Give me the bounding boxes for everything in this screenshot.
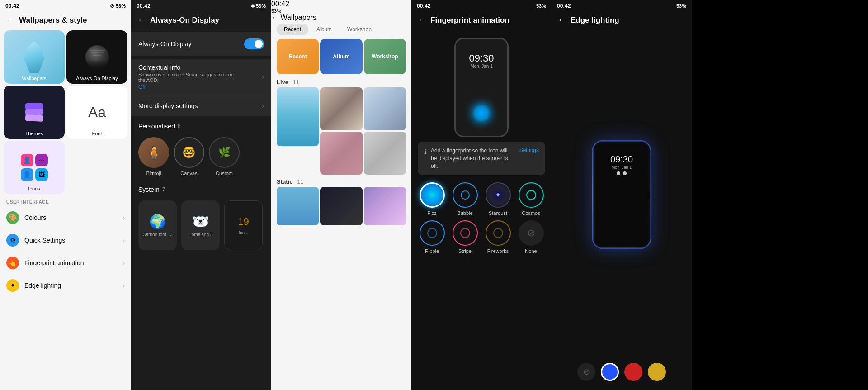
quick-settings-chevron: ›	[123, 237, 125, 244]
contextual-info-row[interactable]: Contextual info Show music info and Smar…	[131, 59, 271, 95]
tab-workshop[interactable]: Workshop	[340, 24, 379, 35]
contextual-title: Contextual info	[138, 64, 238, 71]
colours-icon: 🎨	[6, 211, 19, 224]
fp-phone-time: 09:30	[456, 52, 507, 64]
fp-tooltip: ℹ Add a fingerprint so the icon will be …	[418, 142, 545, 175]
wp-cell-pages[interactable]	[364, 87, 406, 130]
settings-item-colours[interactable]: 🎨 Colours ›	[0, 206, 131, 229]
fp-anim-fireworks[interactable]: Fireworks	[484, 220, 512, 254]
system-cards: 🌍 Carbon foot...3 🐻‍❄️ Homeland 3 19 Ins…	[131, 197, 271, 254]
grid-item-wallpapers[interactable]: Wallpapers	[4, 30, 65, 84]
page-title-4: Fingerprint animation	[430, 16, 509, 25]
el-color-gold[interactable]	[648, 363, 666, 381]
stardust-circle: ✦	[486, 182, 511, 208]
wp-static-3[interactable]	[364, 187, 406, 225]
settings-item-quick-settings[interactable]: ⚙ Quick Settings ›	[0, 229, 131, 252]
fp-settings-link[interactable]: Settings	[519, 147, 539, 153]
personalised-count: 6	[178, 123, 181, 129]
title-bar-5: ← Edge lighting	[552, 12, 692, 29]
time-2: 00:42	[137, 3, 151, 9]
wp-thumb-recent[interactable]: Recent	[277, 39, 319, 74]
static-title: Static	[277, 178, 292, 185]
custom-emoji: 🌿	[218, 147, 231, 158]
wp-cell-gray-pages[interactable]	[364, 132, 406, 175]
el-phone-date: Mon, Jan 1	[594, 165, 650, 170]
wallpaper-style-grid: Wallpapers Always-On Display Themes	[0, 29, 131, 196]
back-arrow-1[interactable]: ←	[6, 15, 14, 25]
panel-edge-lighting: 00:42 53% ← Edge lighting 09:30 Mon, Jan…	[552, 0, 692, 390]
settings-item-edge-lighting[interactable]: ✦ Edge lighting ›	[0, 274, 131, 297]
fp-anim-bubble[interactable]: Bubble	[451, 182, 479, 216]
aod-toggle-switch[interactable]	[244, 38, 264, 49]
wp-cell-blue-ice[interactable]	[277, 87, 319, 146]
none-slash: ⊘	[527, 227, 535, 239]
title-bar-2: ← Always-On Display	[131, 12, 271, 29]
live-count: 11	[293, 79, 299, 86]
contextual-chevron: ›	[262, 73, 264, 81]
system-card-homeland[interactable]: 🐻‍❄️ Homeland 3	[181, 200, 220, 250]
page-title-5: Edge lighting	[571, 16, 619, 25]
wp-thumb-workshop[interactable]: Workshop	[364, 39, 406, 74]
grid-item-font[interactable]: Aa Font	[66, 86, 127, 139]
avatar-canvas[interactable]: 🤓 Canvas	[174, 137, 204, 176]
el-preview: 09:30 Mon, Jan 1	[552, 29, 692, 356]
back-arrow-3[interactable]: ←	[271, 14, 278, 21]
battery-4: 53%	[536, 3, 546, 9]
icon-circle-3: 👤	[21, 168, 33, 181]
aod-toggle-row[interactable]: Always-On Display	[131, 32, 271, 56]
avatar-custom[interactable]: 🌿 Custom	[209, 137, 240, 176]
wp-cell-crystal[interactable]	[320, 87, 362, 130]
fp-anim-fizz[interactable]: Fizz	[418, 182, 446, 216]
wp-cell-rose[interactable]	[320, 132, 362, 175]
grid-item-aod[interactable]: Always-On Display	[66, 30, 127, 84]
icons-preview: 👤 ⋯ 👤 🖼	[18, 151, 51, 184]
bubble-circle	[453, 182, 478, 208]
wp-live-grid	[271, 86, 411, 176]
contextual-subtitle: Show music info and Smart suggestions on…	[138, 72, 238, 83]
system-card-ins[interactable]: 19 Ins...	[224, 200, 263, 250]
system-card-carbon[interactable]: 🌍 Carbon foot...3	[138, 200, 177, 250]
system-header: System 7	[131, 180, 271, 197]
font-label: Font	[66, 131, 127, 136]
status-bar-5: 00:42 53%	[552, 0, 692, 12]
avatar-bitmoji[interactable]: 🧍 Bitmoji	[138, 137, 169, 176]
wp-static-1[interactable]	[277, 187, 319, 225]
panel-wallpapers: 00:42 53% ← Wallpapers Recent Album Work…	[271, 0, 411, 390]
ins-icon: 19	[238, 216, 249, 228]
aod-toggle-label: Always-On Display	[138, 40, 191, 48]
back-arrow-4[interactable]: ←	[418, 15, 426, 25]
back-arrow-2[interactable]: ←	[137, 15, 146, 25]
contextual-status: Off	[138, 84, 238, 90]
status-icons-4: 53%	[536, 3, 546, 9]
el-color-blue[interactable]	[601, 363, 619, 381]
tab-album[interactable]: Album	[309, 24, 339, 35]
bubble-inner	[461, 190, 470, 200]
back-arrow-5[interactable]: ←	[558, 15, 566, 25]
more-settings-row[interactable]: More display settings ›	[131, 95, 271, 116]
homeland-icon: 🐻‍❄️	[192, 214, 209, 229]
fp-anim-ripple[interactable]: Ripple	[418, 220, 446, 254]
bitmoji-label: Bitmoji	[146, 171, 161, 176]
contextual-text: Contextual info Show music info and Smar…	[138, 64, 238, 90]
fp-info-icon: ℹ	[424, 148, 426, 155]
album-label: Album	[333, 53, 349, 60]
status-bar-1: 00:42 ⚙ 53%	[0, 0, 131, 12]
el-red-circle	[624, 363, 642, 381]
el-color-red[interactable]	[624, 363, 642, 381]
fireworks-label: Fireworks	[487, 248, 509, 254]
fp-anim-none[interactable]: ⊘ None	[517, 220, 545, 254]
el-color-none[interactable]: ⊘	[577, 363, 595, 381]
fp-anim-stripe[interactable]: Stripe	[451, 220, 479, 254]
personalised-header: Personalised 6	[131, 116, 271, 133]
grid-item-themes[interactable]: Themes	[4, 86, 65, 139]
wp-static-2[interactable]	[320, 187, 362, 225]
fp-anim-cosmos[interactable]: Cosmos	[517, 182, 545, 216]
stripe-label: Stripe	[458, 248, 472, 254]
grid-item-icons[interactable]: 👤 ⋯ 👤 🖼 Icons	[4, 141, 65, 194]
settings-item-fingerprint[interactable]: 👆 Fingerprint animation ›	[0, 252, 131, 274]
tab-recent[interactable]: Recent	[277, 24, 308, 35]
wp-thumb-album[interactable]: Album	[320, 39, 362, 74]
el-icon-1	[617, 171, 620, 175]
fp-anim-stardust[interactable]: ✦ Stardust	[484, 182, 512, 216]
system-label: System	[138, 186, 160, 193]
